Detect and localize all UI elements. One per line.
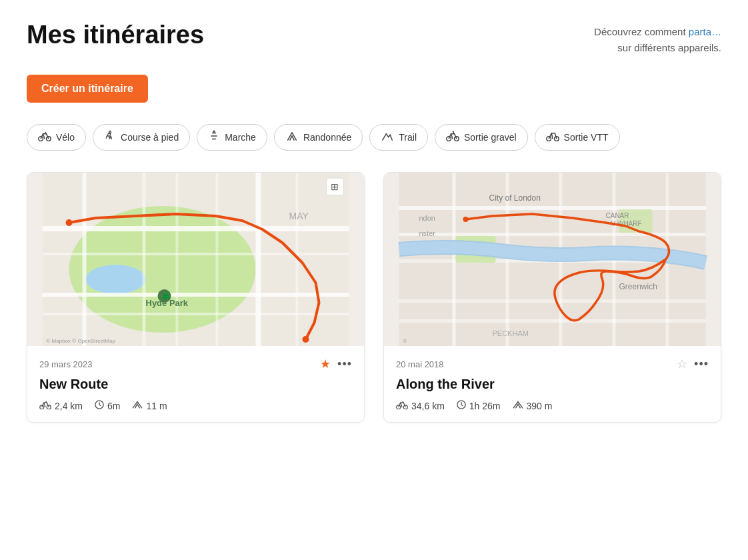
- svg-rect-46: [399, 233, 706, 236]
- svg-rect-17: [43, 226, 349, 231]
- elevation-icon-2: [513, 400, 523, 411]
- svg-rect-24: [176, 173, 179, 346]
- filter-course[interactable]: Course à pied: [93, 124, 190, 151]
- stat-duration-2: 1h 26m: [457, 400, 501, 411]
- routes-grid: MAY Hyde Park 🌲 ⊞ © Mapbox © OpenStreetM…: [27, 172, 721, 423]
- svg-rect-45: [399, 206, 706, 210]
- filter-randonnee[interactable]: Randonnée: [274, 124, 363, 151]
- bike-icon-2: [396, 400, 408, 411]
- more-button-2[interactable]: •••: [694, 357, 709, 371]
- svg-rect-49: [399, 319, 706, 323]
- more-button-1[interactable]: •••: [337, 357, 352, 371]
- svg-rect-23: [43, 313, 349, 315]
- svg-point-5: [213, 131, 215, 132]
- svg-text:Greenwich: Greenwich: [619, 282, 657, 291]
- page-title: Mes itinéraires: [27, 21, 204, 49]
- svg-rect-20: [83, 173, 87, 346]
- svg-text:CANAR: CANAR: [606, 212, 629, 219]
- svg-text:PECKHAM: PECKHAM: [493, 329, 529, 337]
- route-stats-1: 2,4 km 6m: [39, 400, 352, 411]
- svg-text:City of London: City of London: [489, 193, 541, 203]
- star-button-2[interactable]: ☆: [677, 357, 687, 371]
- svg-rect-21: [143, 173, 146, 346]
- filter-marche-label: Marche: [225, 132, 256, 143]
- partage-info: Découvrez comment parta… sur différents …: [594, 21, 721, 56]
- clock-icon-1: [95, 400, 104, 411]
- filter-vtt-label: Sortie VTT: [564, 132, 609, 143]
- route-date-1: 29 mars 2023: [39, 359, 93, 369]
- filter-gravel[interactable]: Sortie gravel: [435, 124, 528, 151]
- filter-course-label: Course à pied: [121, 132, 179, 143]
- route-date-2: 20 mai 2018: [396, 359, 444, 369]
- svg-rect-18: [43, 293, 349, 297]
- stat-elevation-1: 11 m: [132, 400, 167, 411]
- clock-icon-2: [457, 400, 466, 411]
- route-info-new-route: 29 mars 2023 ★ ••• New Route: [27, 346, 364, 422]
- svg-text:ndon: ndon: [419, 214, 435, 222]
- svg-point-7: [455, 137, 459, 141]
- stat-distance-1: 2,4 km: [39, 400, 83, 411]
- vtt-icon: [546, 131, 559, 144]
- stat-elevation-2: 390 m: [513, 400, 553, 411]
- svg-text:nster: nster: [419, 229, 436, 237]
- svg-point-10: [546, 137, 551, 141]
- create-itinerary-button[interactable]: Créer un itinéraire: [27, 75, 148, 103]
- filter-randonnee-label: Randonnée: [303, 132, 351, 143]
- stat-duration-1: 6m: [95, 400, 120, 411]
- route-meta-top-2: 20 mai 2018 ☆ •••: [396, 357, 709, 371]
- svg-text:© Mapbox © OpenStreetMap: © Mapbox © OpenStreetMap: [47, 338, 116, 344]
- route-name-2: Along the River: [396, 377, 709, 392]
- randonnee-icon: [285, 130, 299, 145]
- route-meta-top: 29 mars 2023 ★ •••: [39, 357, 352, 371]
- svg-point-64: [463, 217, 469, 222]
- filter-vtt[interactable]: Sortie VTT: [535, 124, 620, 151]
- route-map-hyde[interactable]: MAY Hyde Park 🌲 ⊞ © Mapbox © OpenStreetM…: [27, 173, 364, 346]
- svg-text:MAY: MAY: [289, 211, 309, 221]
- route-card-along-river: ndon nster City of London CANAR V WHARF …: [383, 172, 721, 423]
- svg-point-4: [109, 131, 111, 133]
- filter-trail[interactable]: Trail: [369, 124, 428, 151]
- filter-trail-label: Trail: [399, 132, 417, 143]
- partage-link[interactable]: parta…: [689, 26, 721, 37]
- page-header: Mes itinéraires Découvrez comment parta……: [27, 21, 721, 56]
- elevation-icon-1: [132, 400, 143, 411]
- route-actions-1: ★ •••: [320, 357, 352, 371]
- route-info-along-river: 20 mai 2018 ☆ ••• Along the River: [384, 346, 721, 422]
- bike-icon-1: [39, 400, 51, 411]
- trail-icon: [381, 130, 394, 145]
- gravel-icon: [446, 131, 459, 144]
- svg-text:⊞: ⊞: [331, 181, 339, 192]
- svg-line-72: [461, 405, 463, 406]
- filter-marche[interactable]: Marche: [197, 124, 267, 151]
- svg-rect-25: [216, 173, 219, 346]
- filter-bar: Vélo Course à pied Marche: [27, 124, 721, 151]
- svg-line-42: [99, 405, 101, 406]
- course-icon: [104, 130, 116, 145]
- route-card-new-route: MAY Hyde Park 🌲 ⊞ © Mapbox © OpenStreetM…: [27, 172, 365, 423]
- svg-rect-19: [256, 173, 261, 346]
- filter-velo[interactable]: Vélo: [27, 124, 86, 151]
- marche-icon: [208, 130, 220, 145]
- filter-velo-label: Vélo: [56, 132, 75, 143]
- stat-distance-2: 34,6 km: [396, 400, 445, 411]
- svg-point-31: [66, 219, 73, 226]
- route-name-1: New Route: [39, 377, 352, 392]
- svg-rect-48: [399, 299, 706, 303]
- svg-line-12: [551, 133, 553, 139]
- svg-rect-50: [453, 173, 456, 346]
- velo-icon: [38, 131, 51, 144]
- svg-point-16: [86, 265, 146, 294]
- svg-point-32: [303, 336, 309, 343]
- svg-point-6: [447, 137, 451, 141]
- filter-gravel-label: Sortie gravel: [464, 132, 517, 143]
- svg-rect-22: [43, 253, 349, 255]
- route-map-london[interactable]: ndon nster City of London CANAR V WHARF …: [384, 173, 721, 346]
- star-button-1[interactable]: ★: [320, 357, 331, 371]
- svg-text:🌲: 🌲: [161, 291, 171, 301]
- route-stats-2: 34,6 km 1h 26m: [396, 400, 709, 411]
- route-actions-2: ☆ •••: [677, 357, 709, 371]
- svg-text:©: ©: [403, 338, 407, 344]
